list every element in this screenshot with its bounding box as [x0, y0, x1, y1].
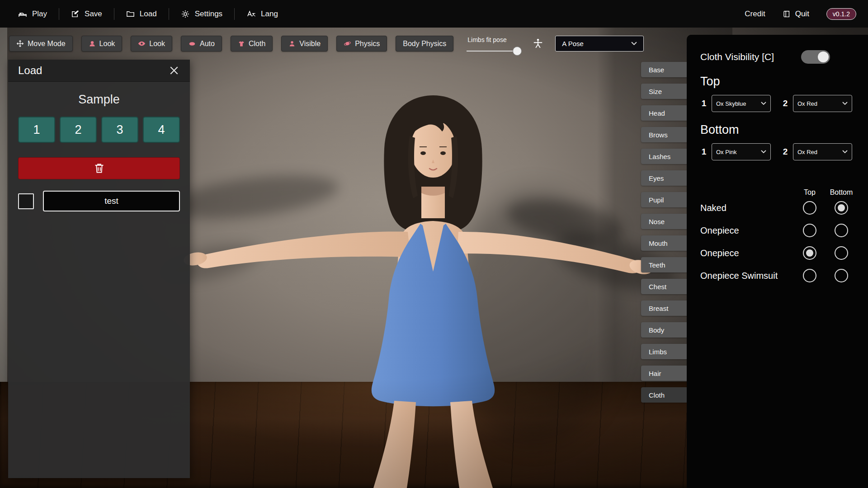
cloth-visibility-toggle[interactable]	[801, 50, 830, 64]
bottom-slots-row: 1 Ox Pink 2 Ox Red	[700, 143, 857, 160]
top-slot-2-select[interactable]: Ox Red	[793, 95, 852, 112]
bottom-slot-2-number: 2	[782, 147, 789, 157]
quit-label: Quit	[795, 9, 809, 19]
physics-button[interactable]: Physics	[336, 36, 387, 52]
bottom-slot-1-number: 1	[700, 147, 708, 157]
tab-breast[interactable]: Breast	[641, 300, 688, 316]
tab-cloth[interactable]: Cloth	[641, 387, 688, 403]
radio-swimsuit-bottom[interactable]	[835, 269, 848, 282]
sample-3-button[interactable]: 3	[101, 117, 138, 143]
main-menu: Play Save Load Settings	[12, 8, 290, 20]
top-section-heading: Top	[700, 75, 857, 89]
saved-file-checkbox[interactable]	[18, 193, 34, 209]
play-icon	[18, 9, 27, 19]
saved-file-row: test	[18, 191, 180, 211]
tab-base[interactable]: Base	[641, 62, 688, 77]
slider-knob[interactable]	[513, 47, 522, 56]
tab-body[interactable]: Body	[641, 322, 688, 338]
pose-select-value: A Pose	[562, 40, 584, 47]
tab-chest[interactable]: Chest	[641, 279, 688, 294]
tab-pupil[interactable]: Pupil	[641, 192, 688, 207]
outfit-label: Onepiece	[700, 225, 794, 236]
bottom-slot-2-select[interactable]: Ox Red	[793, 143, 852, 160]
top-slot-2-number: 2	[782, 99, 789, 108]
top-slots-row: 1 Ox Skyblue 2 Ox Red	[700, 95, 857, 112]
menu-settings[interactable]: Settings	[169, 9, 234, 19]
tab-teeth[interactable]: Teeth	[641, 257, 688, 272]
tab-mouth[interactable]: Mouth	[641, 235, 688, 251]
column-bottom-label: Bottom	[826, 188, 857, 197]
outfit-row-onepiece-2: Onepiece	[700, 242, 857, 264]
body-physics-button[interactable]: Body Physics	[396, 36, 453, 52]
eye-icon	[138, 40, 146, 47]
top-menu-bar: Play Save Load Settings	[0, 0, 868, 28]
radio-naked-top[interactable]	[803, 201, 816, 215]
top-slot-2-value: Ox Red	[797, 100, 817, 107]
menu-load[interactable]: Load	[114, 9, 169, 19]
look-eye-button[interactable]: Look	[131, 36, 172, 52]
quit-button[interactable]: Quit	[783, 9, 809, 19]
delete-save-button[interactable]	[18, 157, 180, 179]
credit-button[interactable]: Credit	[745, 9, 765, 19]
limbs-fit-pose-label: Limbs fit pose	[467, 36, 520, 43]
top-slot-1-select[interactable]: Ox Skyblue	[712, 95, 771, 112]
sample-1-button[interactable]: 1	[18, 117, 55, 143]
look-head-label: Look	[99, 40, 115, 48]
look-head-button[interactable]: Look	[81, 36, 123, 52]
toggle-knob	[818, 52, 829, 62]
gear-icon	[181, 9, 190, 19]
bottom-slot-1-value: Ox Pink	[716, 149, 737, 155]
menu-right-group: Credit Quit v0.1.2	[745, 8, 856, 20]
menu-play-label: Play	[32, 9, 47, 19]
load-panel-header: Load	[8, 60, 190, 82]
sample-slots: 1 2 3 4	[18, 117, 180, 143]
visible-label: Visible	[299, 40, 321, 48]
move-mode-label: Move Mode	[28, 40, 66, 48]
radio-onepiece1-bottom[interactable]	[835, 224, 848, 237]
close-icon[interactable]	[167, 64, 181, 77]
bottom-slot-1-select[interactable]: Ox Pink	[712, 143, 771, 160]
tab-brows[interactable]: Brows	[641, 127, 688, 142]
menu-settings-label: Settings	[195, 9, 222, 19]
radio-naked-bottom[interactable]	[835, 201, 848, 215]
move-icon	[16, 40, 24, 47]
trash-icon	[93, 162, 105, 174]
menu-lang[interactable]: Lang	[235, 9, 290, 19]
menu-save-label: Save	[85, 9, 102, 19]
sample-heading: Sample	[18, 93, 180, 107]
chevron-down-icon	[761, 102, 766, 105]
menu-save[interactable]: Save	[59, 9, 114, 19]
radio-onepiece1-top[interactable]	[803, 224, 816, 237]
saved-slot-test[interactable]: test	[43, 191, 180, 211]
cloth-toggle-label: Cloth	[249, 40, 265, 48]
tab-size[interactable]: Size	[641, 84, 688, 99]
menu-play[interactable]: Play	[12, 9, 59, 19]
cloth-panel: Cloth Visibility [C] Top 1 Ox Skyblue 2 …	[687, 35, 868, 488]
move-mode-button[interactable]: Move Mode	[9, 36, 73, 52]
sample-2-button[interactable]: 2	[60, 117, 97, 143]
visible-button[interactable]: Visible	[281, 36, 328, 52]
radio-onepiece2-top[interactable]	[803, 246, 816, 260]
auto-label: Auto	[200, 40, 215, 48]
tab-nose[interactable]: Nose	[641, 214, 688, 229]
cloth-visibility-label: Cloth Visibility [C]	[700, 52, 774, 62]
look-eye-label: Look	[149, 40, 165, 48]
tab-hair[interactable]: Hair	[641, 366, 688, 381]
radio-swimsuit-top[interactable]	[803, 269, 816, 282]
oval-icon	[188, 40, 196, 48]
limbs-fit-pose-slider[interactable]	[467, 47, 520, 56]
tab-lashes[interactable]: Lashes	[641, 149, 688, 164]
tab-eyes[interactable]: Eyes	[641, 170, 688, 186]
cloth-visibility-row: Cloth Visibility [C]	[700, 50, 857, 64]
bottom-slot-2-value: Ox Red	[797, 149, 817, 155]
load-panel-title: Load	[18, 64, 42, 77]
auto-button[interactable]: Auto	[181, 36, 222, 52]
tab-head[interactable]: Head	[641, 105, 688, 121]
cloth-toggle-button[interactable]: Cloth	[231, 36, 273, 52]
radio-onepiece2-bottom[interactable]	[835, 246, 848, 260]
body-physics-label: Body Physics	[403, 40, 446, 48]
pose-select[interactable]: A Pose	[555, 36, 644, 52]
person-icon	[288, 40, 296, 47]
tab-limbs[interactable]: Limbs	[641, 344, 688, 359]
sample-4-button[interactable]: 4	[143, 117, 180, 143]
